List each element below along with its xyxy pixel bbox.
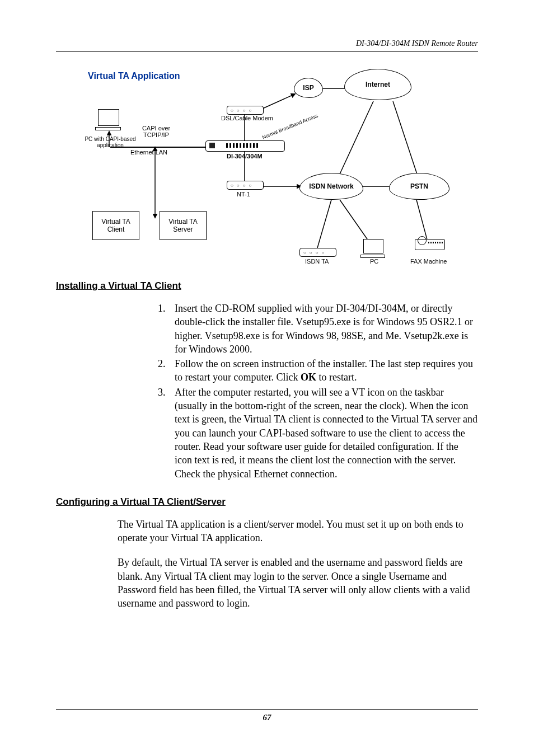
page-header: DI-304/DI-304M ISDN Remote Router <box>56 39 478 52</box>
vta-server-box: Virtual TA Server <box>160 211 207 240</box>
dsl-modem-label: DSL/Cable Modem <box>221 115 273 121</box>
svg-line-10 <box>393 101 417 174</box>
svg-line-11 <box>317 200 331 248</box>
internet-cloud: Internet <box>344 69 411 100</box>
page-number: 67 <box>263 713 271 722</box>
install-step-3: After the computer restarted, you will s… <box>168 386 478 481</box>
running-title: DI-304/DI-304M ISDN Remote Router <box>356 39 478 48</box>
isdn-network-cloud: ISDN Network <box>299 173 363 200</box>
isdn-ta-label: ISDN TA <box>305 258 329 265</box>
virtual-ta-diagram: Virtual TA Application <box>82 63 452 276</box>
vta-client-box: Virtual TA Client <box>92 211 139 240</box>
router-label: DI-304/304M <box>227 153 263 159</box>
fax-label: FAX Machine <box>410 258 447 265</box>
pc-label: PC with CAPI-basedapplication <box>82 136 138 148</box>
nt1-label: NT-1 <box>237 191 250 198</box>
pstn-cloud: PSTN <box>389 173 449 200</box>
isp-cloud: ISP <box>294 78 323 98</box>
config-heading: Configuring a Virtual TA Client/Server <box>56 496 478 508</box>
page-footer: 67 <box>56 709 478 722</box>
svg-line-9 <box>340 101 373 174</box>
pc2-label: PC <box>370 258 378 265</box>
install-step-2: Follow the on screen instruction of the … <box>168 357 478 384</box>
install-steps-list: Insert the CD-ROM supplied with your DI-… <box>168 302 478 481</box>
ethernet-lan-label: Ethernet LAN <box>130 149 167 156</box>
install-heading: Installing a Virtual TA Client <box>56 280 478 292</box>
config-paragraph-1: The Virtual TA application is a client/s… <box>118 518 478 545</box>
svg-line-4 <box>261 94 295 109</box>
config-paragraph-2: By default, the Virtual TA server is ena… <box>118 556 478 610</box>
capi-label: CAPI overTCPIP/IP <box>136 125 176 138</box>
install-step-1: Insert the CD-ROM supplied with your DI-… <box>168 302 478 356</box>
diagram-title: Virtual TA Application <box>88 71 180 81</box>
